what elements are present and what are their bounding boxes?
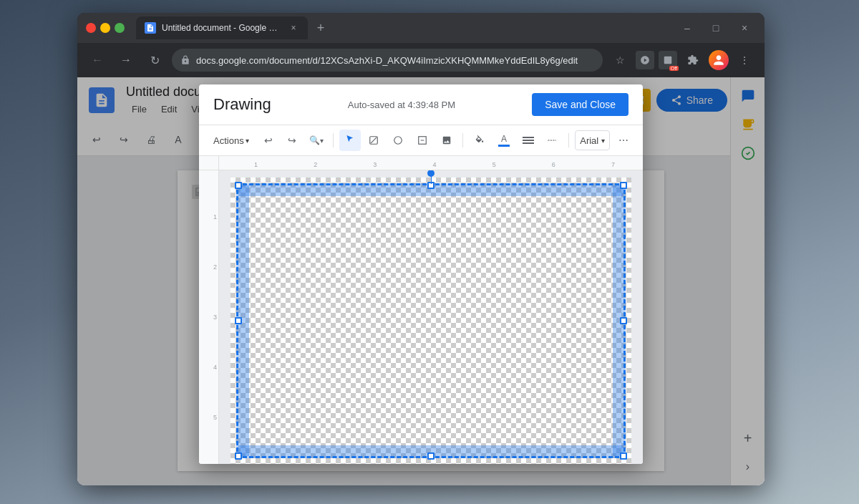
browser-controls-right: – □ × — [676, 16, 756, 39]
font-selector[interactable]: Arial ▾ — [575, 130, 610, 150]
handle-bottom-right[interactable] — [620, 452, 627, 460]
minimize-window-button[interactable]: – — [100, 23, 110, 33]
secure-icon — [180, 55, 190, 65]
canvas-viewport[interactable] — [219, 170, 643, 464]
browser-minimize-button[interactable]: – — [676, 16, 699, 39]
tab-close-button[interactable]: × — [288, 22, 299, 34]
bookmark-button[interactable]: ☆ — [608, 49, 631, 72]
svg-point-3 — [394, 137, 402, 145]
zoom-dropdown-button[interactable]: 🔍 ▾ — [306, 130, 327, 151]
url-text: docs.google.com/document/d/12XCsAzhXi-D_… — [196, 55, 594, 66]
ruler-mark-v-5: 5 — [213, 414, 217, 464]
horizontal-ruler: 1 2 3 4 5 6 7 — [219, 156, 643, 170]
auto-saved-text: Auto-saved at 4:39:48 PM — [283, 100, 520, 110]
address-bar[interactable]: docs.google.com/document/d/12XCsAzhXi-D_… — [172, 49, 603, 72]
profile-avatar[interactable] — [709, 50, 729, 70]
line-color-button[interactable]: A — [493, 130, 515, 151]
select-tool-button[interactable] — [339, 130, 361, 151]
toolbar-separator-3 — [568, 133, 569, 147]
handle-bottom-left[interactable] — [235, 452, 242, 460]
drawing-undo-button[interactable]: ↩ — [258, 130, 279, 151]
browser-restore-button[interactable]: □ — [704, 16, 727, 39]
browser-close-button[interactable]: × — [733, 16, 756, 39]
drawing-header: Drawing Auto-saved at 4:39:48 PM Save an… — [199, 84, 643, 125]
line-style-button[interactable] — [518, 130, 539, 151]
ruler-mark-v-4: 4 — [213, 364, 217, 414]
title-bar: × – □ Untitled document - Google Doc... … — [77, 13, 765, 43]
ruler-mark-h-7: 7 — [583, 161, 643, 168]
nav-icons-right: ☆ Off ⋮ — [608, 49, 756, 72]
drawing-redo-button[interactable]: ↪ — [281, 130, 303, 151]
handle-middle-left[interactable] — [235, 317, 242, 324]
actions-chevron-icon: ▾ — [246, 137, 249, 145]
maximize-window-button[interactable]: □ — [115, 23, 125, 33]
ruler-mark-h-2: 2 — [286, 161, 345, 168]
drawing-title: Drawing — [213, 95, 271, 114]
font-name: Arial — [580, 135, 598, 146]
window-controls: × – □ — [86, 23, 125, 33]
actions-label: Actions — [213, 135, 244, 146]
line-style-icon — [523, 137, 534, 144]
ruler-mark-v-2: 2 — [213, 263, 217, 314]
selected-shape[interactable] — [236, 183, 626, 458]
handle-bottom-center[interactable] — [427, 452, 435, 460]
tab-favicon-docs — [145, 22, 156, 34]
ruler-mark-v-3: 3 — [213, 314, 217, 364]
browser-tab-docs[interactable]: Untitled document - Google Doc... × — [136, 16, 308, 39]
forward-button[interactable]: → — [115, 49, 137, 72]
rotation-handle[interactable] — [427, 170, 435, 177]
image-tool-button[interactable] — [436, 130, 457, 151]
drawing-dialog: Drawing Auto-saved at 4:39:48 PM Save an… — [199, 84, 643, 464]
extension-icon-off[interactable]: Off — [659, 51, 677, 69]
back-button[interactable]: ← — [86, 49, 109, 72]
drawing-overlay: Drawing Auto-saved at 4:39:48 PM Save an… — [77, 77, 765, 485]
reload-button[interactable]: ↻ — [143, 49, 166, 72]
tab-title: Untitled document - Google Doc... — [162, 23, 282, 33]
extensions-button[interactable] — [681, 49, 704, 72]
ruler-mark-v-1: 1 — [213, 170, 217, 263]
ruler-mark-h-4: 4 — [404, 161, 464, 168]
actions-dropdown-button[interactable]: Actions ▾ — [208, 132, 255, 149]
fill-color-button[interactable] — [469, 130, 490, 151]
more-options-button[interactable]: ⋯ — [613, 130, 634, 151]
chrome-menu-button[interactable]: ⋮ — [733, 49, 756, 72]
vertical-ruler: 1 2 3 4 5 — [199, 170, 219, 464]
line-color-icon: A — [498, 134, 510, 147]
svg-rect-0 — [664, 57, 672, 64]
drawing-canvas-area: 1 2 3 4 5 6 7 1 2 3 4 — [199, 156, 643, 464]
save-close-button[interactable]: Save and Close — [532, 93, 629, 116]
handle-top-left[interactable] — [235, 182, 242, 189]
extension-icon-1[interactable] — [636, 51, 654, 69]
line-dash-button[interactable] — [542, 130, 563, 151]
svg-line-2 — [371, 137, 377, 143]
close-window-button[interactable]: × — [86, 23, 96, 33]
ruler-mark-h-3: 3 — [345, 161, 404, 168]
line-tool-button[interactable] — [364, 130, 385, 151]
toolbar-separator-1 — [333, 133, 334, 147]
tab-bar: Untitled document - Google Doc... × + — [130, 16, 670, 39]
ruler-mark-h-1: 1 — [226, 161, 286, 168]
handle-middle-right[interactable] — [620, 317, 627, 324]
drawing-toolbar: Actions ▾ ↩ ↪ 🔍 ▾ — [199, 125, 643, 156]
navigation-bar: ← → ↻ docs.google.com/document/d/12XCsAz… — [77, 43, 765, 77]
ruler-corner — [199, 156, 219, 170]
ruler-mark-h-5: 5 — [465, 161, 524, 168]
shapes-tool-button[interactable] — [387, 130, 409, 151]
handle-top-right[interactable] — [620, 182, 627, 189]
toolbar-separator-2 — [462, 133, 463, 147]
browser-window: × – □ Untitled document - Google Doc... … — [77, 13, 765, 485]
font-chevron-icon: ▾ — [601, 137, 605, 145]
new-tab-button[interactable]: + — [311, 18, 331, 38]
ruler-mark-h-6: 6 — [524, 161, 583, 168]
content-area: Untitled document File Edit View In ✎ ⌃ — [77, 77, 765, 485]
textbox-tool-button[interactable] — [412, 130, 433, 151]
